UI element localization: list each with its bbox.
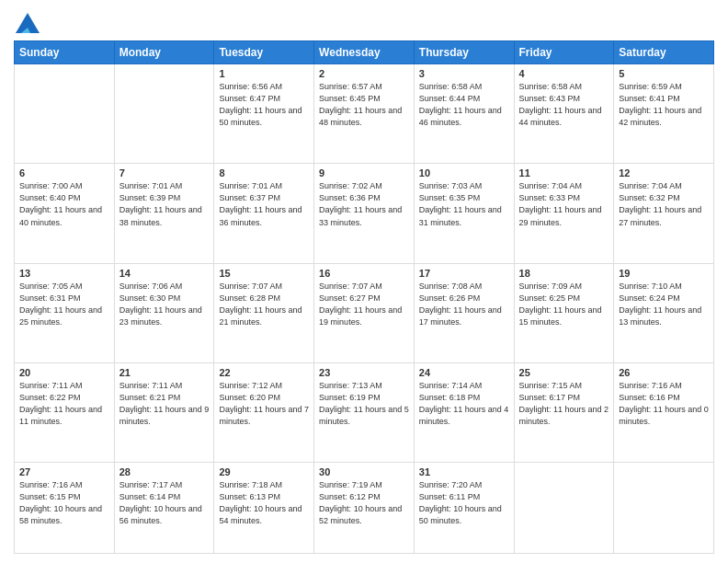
day-number: 8 [219, 167, 309, 178]
weekday-header-tuesday: Tuesday [214, 41, 314, 64]
header [14, 9, 714, 33]
day-number: 21 [119, 367, 210, 378]
day-info: Sunrise: 7:13 AM Sunset: 6:19 PM Dayligh… [319, 380, 409, 428]
calendar-cell [15, 64, 115, 164]
day-number: 3 [419, 68, 509, 79]
day-number: 27 [19, 466, 109, 477]
day-number: 6 [19, 167, 109, 178]
day-info: Sunrise: 7:01 AM Sunset: 6:39 PM Dayligh… [119, 180, 210, 228]
day-info: Sunrise: 7:05 AM Sunset: 6:31 PM Dayligh… [19, 281, 109, 328]
calendar-cell: 22Sunrise: 7:12 AM Sunset: 6:20 PM Dayli… [214, 362, 314, 462]
weekday-header-saturday: Saturday [614, 41, 714, 64]
day-number: 12 [619, 167, 709, 178]
day-info: Sunrise: 7:16 AM Sunset: 6:16 PM Dayligh… [619, 380, 709, 428]
calendar-cell: 3Sunrise: 6:58 AM Sunset: 6:44 PM Daylig… [414, 64, 514, 164]
day-number: 17 [419, 268, 509, 279]
day-number: 24 [419, 367, 509, 378]
day-number: 7 [119, 167, 210, 178]
day-number: 28 [119, 466, 210, 477]
day-number: 26 [619, 367, 709, 378]
weekday-header-monday: Monday [114, 41, 214, 64]
day-number: 11 [519, 167, 609, 178]
day-number: 29 [219, 466, 309, 477]
day-info: Sunrise: 7:17 AM Sunset: 6:14 PM Dayligh… [119, 479, 210, 527]
calendar-cell: 24Sunrise: 7:14 AM Sunset: 6:18 PM Dayli… [414, 362, 514, 462]
calendar-cell: 29Sunrise: 7:18 AM Sunset: 6:13 PM Dayli… [214, 462, 314, 553]
calendar-cell: 9Sunrise: 7:02 AM Sunset: 6:36 PM Daylig… [314, 164, 415, 263]
day-info: Sunrise: 7:03 AM Sunset: 6:35 PM Dayligh… [419, 180, 509, 228]
day-info: Sunrise: 7:09 AM Sunset: 6:25 PM Dayligh… [519, 281, 609, 328]
calendar-cell: 4Sunrise: 6:58 AM Sunset: 6:43 PM Daylig… [514, 64, 614, 164]
day-info: Sunrise: 7:11 AM Sunset: 6:22 PM Dayligh… [19, 380, 109, 428]
calendar-week-3: 13Sunrise: 7:05 AM Sunset: 6:31 PM Dayli… [15, 263, 714, 362]
calendar-cell: 28Sunrise: 7:17 AM Sunset: 6:14 PM Dayli… [114, 462, 214, 553]
calendar-cell: 26Sunrise: 7:16 AM Sunset: 6:16 PM Dayli… [614, 362, 714, 462]
calendar-cell [114, 64, 214, 164]
calendar-cell: 23Sunrise: 7:13 AM Sunset: 6:19 PM Dayli… [314, 362, 415, 462]
day-number: 25 [519, 367, 609, 378]
day-info: Sunrise: 7:18 AM Sunset: 6:13 PM Dayligh… [219, 479, 309, 527]
weekday-header-friday: Friday [514, 41, 614, 64]
calendar-cell: 8Sunrise: 7:01 AM Sunset: 6:37 PM Daylig… [214, 164, 314, 263]
day-number: 15 [219, 268, 309, 279]
day-number: 2 [319, 68, 409, 79]
day-info: Sunrise: 7:07 AM Sunset: 6:27 PM Dayligh… [319, 281, 409, 328]
day-number: 9 [319, 167, 409, 178]
day-info: Sunrise: 7:19 AM Sunset: 6:12 PM Dayligh… [319, 479, 409, 527]
calendar-table: SundayMondayTuesdayWednesdayThursdayFrid… [14, 40, 714, 554]
calendar-cell [514, 462, 614, 553]
calendar-cell: 11Sunrise: 7:04 AM Sunset: 6:33 PM Dayli… [514, 164, 614, 263]
calendar-cell: 2Sunrise: 6:57 AM Sunset: 6:45 PM Daylig… [314, 64, 415, 164]
day-info: Sunrise: 6:57 AM Sunset: 6:45 PM Dayligh… [319, 81, 409, 129]
calendar-cell: 1Sunrise: 6:56 AM Sunset: 6:47 PM Daylig… [214, 64, 314, 164]
day-number: 31 [419, 466, 509, 477]
day-number: 1 [219, 68, 309, 79]
calendar-week-5: 27Sunrise: 7:16 AM Sunset: 6:15 PM Dayli… [15, 462, 714, 553]
day-number: 20 [19, 367, 109, 378]
day-info: Sunrise: 7:08 AM Sunset: 6:26 PM Dayligh… [419, 281, 509, 328]
calendar-cell: 16Sunrise: 7:07 AM Sunset: 6:27 PM Dayli… [314, 263, 415, 362]
day-number: 4 [519, 68, 609, 79]
day-number: 18 [519, 268, 609, 279]
day-info: Sunrise: 7:06 AM Sunset: 6:30 PM Dayligh… [119, 281, 210, 328]
calendar-cell: 15Sunrise: 7:07 AM Sunset: 6:28 PM Dayli… [214, 263, 314, 362]
day-info: Sunrise: 7:01 AM Sunset: 6:37 PM Dayligh… [219, 180, 309, 228]
day-number: 23 [319, 367, 409, 378]
weekday-header-wednesday: Wednesday [314, 41, 415, 64]
calendar-cell: 27Sunrise: 7:16 AM Sunset: 6:15 PM Dayli… [15, 462, 115, 553]
day-number: 16 [319, 268, 409, 279]
calendar-week-4: 20Sunrise: 7:11 AM Sunset: 6:22 PM Dayli… [15, 362, 714, 462]
day-info: Sunrise: 7:10 AM Sunset: 6:24 PM Dayligh… [619, 281, 709, 328]
logo-text [14, 13, 40, 33]
day-info: Sunrise: 6:56 AM Sunset: 6:47 PM Dayligh… [219, 81, 309, 129]
calendar-cell: 10Sunrise: 7:03 AM Sunset: 6:35 PM Dayli… [414, 164, 514, 263]
weekday-header-sunday: Sunday [15, 41, 115, 64]
day-number: 10 [419, 167, 509, 178]
calendar-cell: 31Sunrise: 7:20 AM Sunset: 6:11 PM Dayli… [414, 462, 514, 553]
calendar-cell: 18Sunrise: 7:09 AM Sunset: 6:25 PM Dayli… [514, 263, 614, 362]
calendar-cell: 13Sunrise: 7:05 AM Sunset: 6:31 PM Dayli… [15, 263, 115, 362]
day-info: Sunrise: 7:20 AM Sunset: 6:11 PM Dayligh… [419, 479, 509, 527]
calendar-cell: 7Sunrise: 7:01 AM Sunset: 6:39 PM Daylig… [114, 164, 214, 263]
logo-icon [16, 13, 40, 33]
day-info: Sunrise: 7:14 AM Sunset: 6:18 PM Dayligh… [419, 380, 509, 428]
calendar-cell: 17Sunrise: 7:08 AM Sunset: 6:26 PM Dayli… [414, 263, 514, 362]
day-info: Sunrise: 6:59 AM Sunset: 6:41 PM Dayligh… [619, 81, 709, 129]
day-info: Sunrise: 7:07 AM Sunset: 6:28 PM Dayligh… [219, 281, 309, 328]
day-info: Sunrise: 6:58 AM Sunset: 6:44 PM Dayligh… [419, 81, 509, 129]
day-info: Sunrise: 7:16 AM Sunset: 6:15 PM Dayligh… [19, 479, 109, 527]
day-info: Sunrise: 7:12 AM Sunset: 6:20 PM Dayligh… [219, 380, 309, 428]
day-info: Sunrise: 7:00 AM Sunset: 6:40 PM Dayligh… [19, 180, 109, 228]
day-info: Sunrise: 7:15 AM Sunset: 6:17 PM Dayligh… [519, 380, 609, 428]
day-number: 5 [619, 68, 709, 79]
weekday-header-row: SundayMondayTuesdayWednesdayThursdayFrid… [15, 41, 714, 64]
calendar-cell: 20Sunrise: 7:11 AM Sunset: 6:22 PM Dayli… [15, 362, 115, 462]
calendar-cell: 6Sunrise: 7:00 AM Sunset: 6:40 PM Daylig… [15, 164, 115, 263]
calendar-week-1: 1Sunrise: 6:56 AM Sunset: 6:47 PM Daylig… [15, 64, 714, 164]
day-info: Sunrise: 7:11 AM Sunset: 6:21 PM Dayligh… [119, 380, 210, 428]
calendar-cell: 5Sunrise: 6:59 AM Sunset: 6:41 PM Daylig… [614, 64, 714, 164]
calendar-cell: 14Sunrise: 7:06 AM Sunset: 6:30 PM Dayli… [114, 263, 214, 362]
calendar-cell: 30Sunrise: 7:19 AM Sunset: 6:12 PM Dayli… [314, 462, 415, 553]
day-info: Sunrise: 6:58 AM Sunset: 6:43 PM Dayligh… [519, 81, 609, 129]
day-number: 22 [219, 367, 309, 378]
